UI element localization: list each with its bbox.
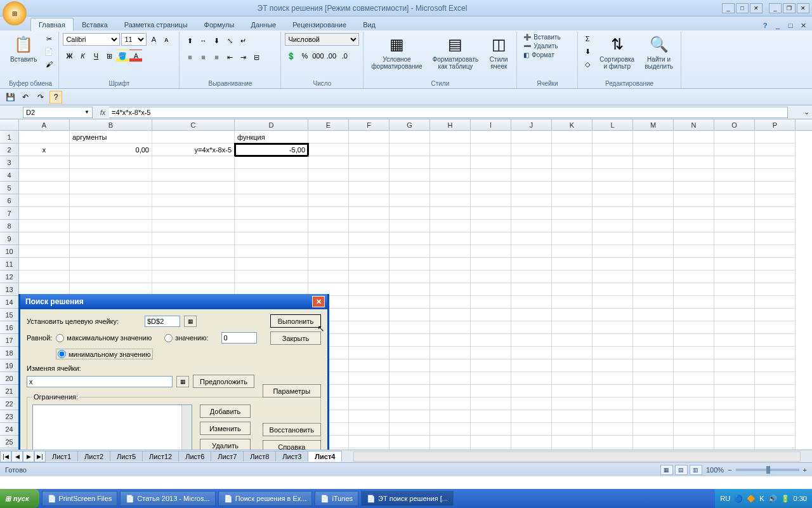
cell[interactable] [633,448,674,450]
cell[interactable] [349,309,390,321]
cell[interactable] [633,398,674,410]
row-header[interactable]: 21 [0,385,19,398]
cell[interactable] [430,423,471,436]
cell[interactable] [511,245,552,258]
tray-clock[interactable]: 0:30 [794,495,807,502]
column-header[interactable]: D [235,119,308,130]
cell[interactable] [471,194,511,207]
column-header[interactable]: G [390,119,430,130]
font-name-select[interactable]: Calibri [63,33,120,46]
cell[interactable] [19,207,70,220]
cell[interactable] [633,347,674,359]
column-header[interactable]: E [308,119,349,130]
cell[interactable] [349,448,390,450]
help-icon[interactable]: ? [760,20,770,30]
cell[interactable] [755,398,796,410]
row-header[interactable]: 19 [0,359,19,372]
cell[interactable] [349,156,390,169]
column-header[interactable]: M [633,119,674,130]
cell[interactable] [152,182,235,194]
cell[interactable] [390,182,430,194]
cell[interactable] [633,296,674,309]
cell[interactable] [511,423,552,436]
align-right-button[interactable]: ≡ [210,51,223,64]
cell[interactable] [552,309,593,321]
cell[interactable] [714,182,755,194]
normal-view-button[interactable]: ▦ [660,465,673,475]
cell[interactable] [552,207,593,220]
cell[interactable] [593,271,633,283]
cell[interactable] [349,131,390,144]
cell[interactable] [390,321,430,334]
tab-formulas[interactable]: Формулы [196,18,243,30]
row-header[interactable]: 5 [0,182,19,194]
cell[interactable] [390,385,430,398]
close-dialog-button[interactable]: Закрыть [270,331,321,345]
cell[interactable] [552,448,593,450]
cell[interactable] [593,144,633,156]
row-header[interactable]: 18 [0,347,19,359]
select-all-corner[interactable] [0,119,19,130]
paste-button[interactable]: 📋 Вставить [6,33,41,64]
cell[interactable] [70,258,152,271]
cell[interactable] [511,347,552,359]
cell[interactable] [511,448,552,450]
cell[interactable] [755,309,796,321]
cell[interactable] [593,334,633,347]
cell[interactable] [308,207,349,220]
cell[interactable] [390,398,430,410]
cell[interactable] [70,169,152,182]
formula-expand-button[interactable]: ⌄ [801,107,812,118]
close-button[interactable]: ✕ [750,3,763,13]
cell[interactable] [511,258,552,271]
cell[interactable] [552,144,593,156]
cell[interactable] [471,359,511,372]
cell[interactable] [552,296,593,309]
cell[interactable] [308,220,349,232]
cell[interactable] [390,271,430,283]
cell[interactable] [349,194,390,207]
cell[interactable] [471,283,511,296]
cell[interactable] [430,245,471,258]
cell[interactable] [552,271,593,283]
tray-icon[interactable]: 🔵 [734,495,743,503]
cell[interactable] [552,385,593,398]
row-header[interactable]: 6 [0,194,19,207]
cell[interactable] [593,169,633,182]
cell[interactable] [755,436,796,448]
cell[interactable] [755,156,796,169]
cell[interactable] [430,144,471,156]
cell[interactable] [714,156,755,169]
cell[interactable] [593,258,633,271]
cell[interactable] [349,207,390,220]
cell[interactable] [714,296,755,309]
cell[interactable] [349,372,390,385]
row-header[interactable]: 1 [0,131,19,144]
cell[interactable] [633,194,674,207]
restore-outer-button[interactable]: ❐ [783,3,796,13]
cell[interactable] [471,207,511,220]
cell[interactable] [633,169,674,182]
min-radio[interactable] [58,350,66,358]
cell[interactable] [19,245,70,258]
start-button[interactable]: ⊞пуск [0,489,39,508]
cell[interactable] [674,296,714,309]
cell[interactable] [19,258,70,271]
cell[interactable] [755,169,796,182]
cell[interactable] [511,385,552,398]
cell[interactable] [593,207,633,220]
cell[interactable] [471,385,511,398]
formula-input[interactable]: =4*x*x-8*x-5 [109,107,788,118]
cell[interactable] [633,232,674,245]
cell[interactable] [755,131,796,144]
row-header[interactable]: 25 [0,436,19,448]
changing-range-picker-button[interactable]: ▦ [176,376,189,387]
align-bottom-button[interactable]: ⬇ [210,34,223,47]
cell[interactable] [552,258,593,271]
add-constraint-button[interactable]: Добавить [200,404,251,418]
cell[interactable] [430,182,471,194]
cell[interactable] [755,334,796,347]
cell[interactable] [674,359,714,372]
row-header[interactable]: 8 [0,220,19,232]
align-left-button[interactable]: ≡ [183,51,196,64]
